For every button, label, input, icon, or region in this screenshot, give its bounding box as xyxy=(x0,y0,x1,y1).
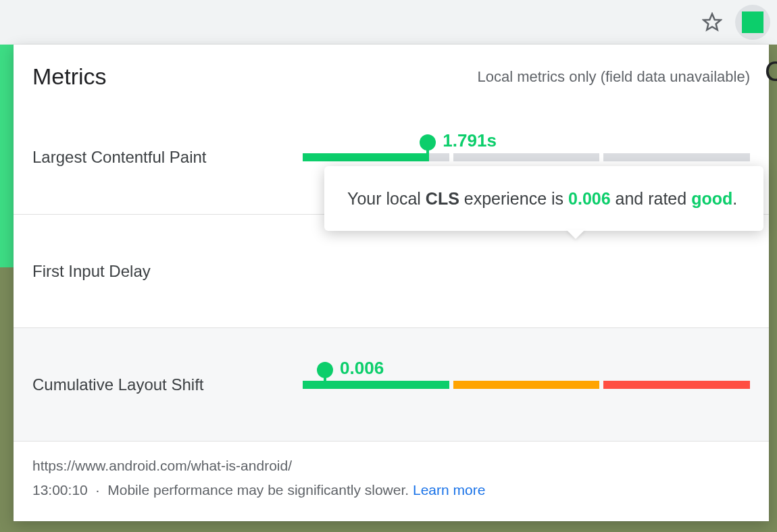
tooltip-value: 0.006 xyxy=(568,189,611,208)
footer-separator: · xyxy=(92,482,104,498)
tooltip-caret-icon xyxy=(566,230,585,239)
metric-label-cls: Cumulative Layout Shift xyxy=(32,375,303,394)
browser-toolbar xyxy=(0,0,777,45)
metric-track-fid: Your local CLS experience is 0.006 and r… xyxy=(303,267,750,275)
marker-stem xyxy=(324,377,326,389)
tooltip-text: Your local xyxy=(347,189,426,208)
panel-footer: https://www.android.com/what-is-android/… xyxy=(14,441,769,515)
metric-row-cls: Cumulative Layout Shift 0.006 xyxy=(14,327,769,441)
marker-dot-icon xyxy=(317,362,333,378)
marker-dot-icon xyxy=(420,134,436,151)
tooltip-text: . xyxy=(732,189,737,208)
extension-status-icon xyxy=(742,11,763,33)
metric-value-lcp: 1.791s xyxy=(443,130,497,151)
metric-label-lcp: Largest Contentful Paint xyxy=(32,148,303,167)
metric-segment xyxy=(453,381,600,389)
metric-track-cls: 0.006 xyxy=(303,381,750,389)
metric-segment xyxy=(603,153,750,161)
tooltip-text: and rated xyxy=(611,189,692,208)
tooltip-cls: Your local CLS experience is 0.006 and r… xyxy=(324,166,763,231)
extension-badge[interactable] xyxy=(735,5,770,40)
tooltip-metric-abbr: CLS xyxy=(426,189,459,208)
footer-line2: 13:00:10 · Mobile performance may be sig… xyxy=(32,478,750,502)
tooltip-text: experience is xyxy=(459,189,568,208)
metric-marker-lcp: 1.791s xyxy=(420,134,436,161)
footer-time: 13:00:10 xyxy=(32,482,88,498)
metric-row-fid: First Input Delay Your local CLS experie… xyxy=(14,214,769,327)
panel-title: Metrics xyxy=(32,63,107,90)
metric-segment xyxy=(603,381,750,389)
web-vitals-panel: Metrics Local metrics only (field data u… xyxy=(14,45,769,521)
learn-more-link[interactable]: Learn more xyxy=(413,482,485,498)
footer-warning: Mobile performance may be significantly … xyxy=(107,482,413,498)
panel-header: Metrics Local metrics only (field data u… xyxy=(14,45,769,101)
tooltip-rating: good xyxy=(691,189,732,208)
metric-marker-cls: 0.006 xyxy=(317,362,333,389)
metric-value-cls: 0.006 xyxy=(340,358,384,379)
background-text-fragment: C xyxy=(765,55,777,88)
marker-stem xyxy=(426,149,429,161)
metric-label-fid: First Input Delay xyxy=(32,262,303,281)
metric-track-lcp: 1.791s xyxy=(303,153,750,161)
metric-segment xyxy=(453,153,600,161)
svg-marker-0 xyxy=(704,14,721,30)
bookmark-star-icon[interactable] xyxy=(701,11,723,33)
footer-url: https://www.android.com/what-is-android/ xyxy=(32,454,750,478)
panel-subtitle: Local metrics only (field data unavailab… xyxy=(477,68,750,86)
